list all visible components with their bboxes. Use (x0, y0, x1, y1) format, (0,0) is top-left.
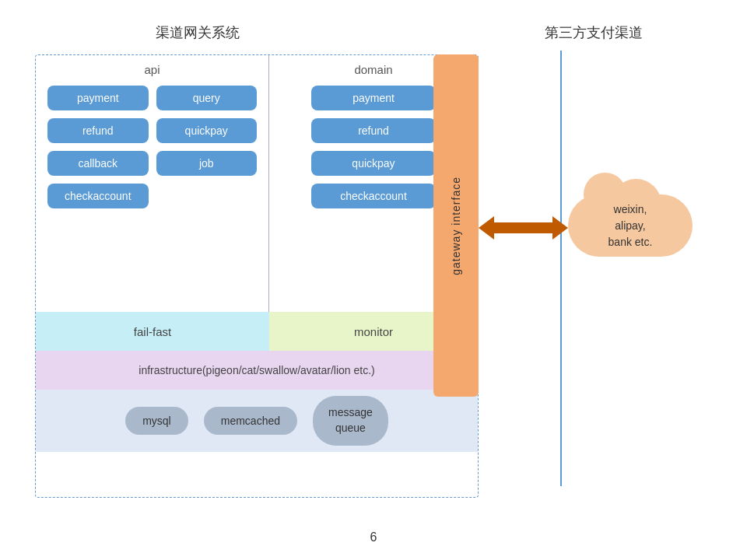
header-left-label: 渠道网关系统 (156, 23, 240, 42)
api-panel-label: api (44, 63, 261, 76)
api-panel: api payment query refund quickpay callba… (36, 55, 269, 312)
gateway-interface-label: gateway interface (450, 177, 462, 275)
mysql-pill: mysql (125, 407, 188, 435)
api-refund-button[interactable]: refund (47, 118, 149, 143)
api-callback-button[interactable]: callback (47, 151, 149, 176)
api-job-button[interactable]: job (156, 151, 258, 176)
fail-fast-box: fail-fast (36, 312, 269, 351)
domain-payment-button[interactable]: payment (311, 86, 436, 110)
main-container: api payment query refund quickpay callba… (35, 54, 479, 498)
cloud-shape: weixin, alipay, bank etc. (568, 194, 693, 257)
api-quickpay-button[interactable]: quickpay (156, 118, 258, 143)
gateway-interface-box: gateway interface (433, 54, 479, 397)
bidirectional-arrow (479, 216, 568, 240)
cloud-shape-container: weixin, alipay, bank etc. (568, 183, 700, 268)
memcached-pill: memcached (204, 407, 297, 435)
storage-row: mysql memcached message queue (36, 390, 478, 452)
header-right-label: 第三方支付渠道 (545, 23, 643, 42)
top-section: api payment query refund quickpay callba… (36, 55, 478, 312)
cloud-text: weixin, alipay, bank etc. (608, 201, 653, 250)
arrow-right-head (552, 216, 568, 240)
domain-refund-button[interactable]: refund (311, 118, 436, 143)
domain-quickpay-button[interactable]: quickpay (311, 151, 436, 176)
arrow-line (494, 222, 552, 233)
page-number: 6 (370, 530, 377, 544)
api-checkaccount-button[interactable]: checkaccount (47, 184, 149, 208)
middle-row: fail-fast monitor (36, 312, 478, 351)
vertical-divider-line (560, 51, 562, 486)
api-query-button[interactable]: query (156, 86, 258, 110)
api-payment-button[interactable]: payment (47, 86, 149, 110)
api-grid: payment query refund quickpay callback j… (44, 86, 261, 208)
message-queue-pill: message queue (313, 396, 388, 445)
infra-row: infrastructure(pigeon/cat/swallow/avatar… (36, 351, 478, 390)
arrow-left-head (479, 216, 494, 240)
domain-checkaccount-button[interactable]: checkaccount (311, 184, 436, 208)
